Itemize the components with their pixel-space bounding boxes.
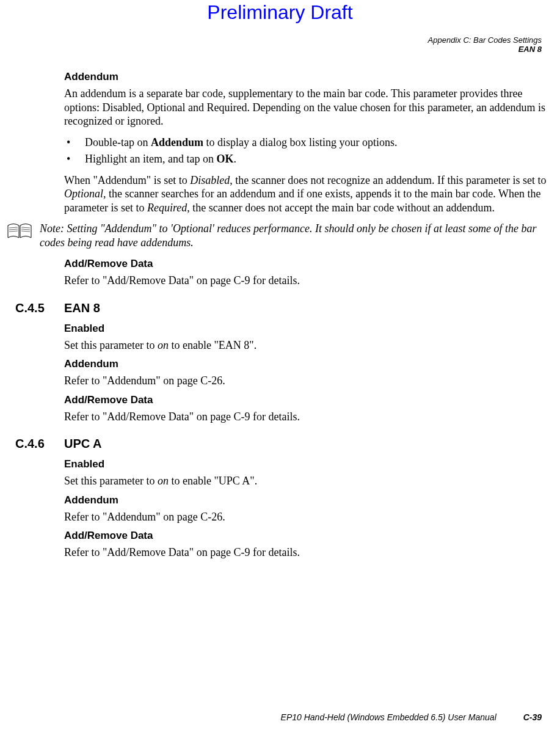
section-number: C.4.6	[15, 437, 64, 451]
section-heading-c45: C.4.5 EAN 8	[15, 301, 550, 315]
text-italic: Disabled	[190, 174, 230, 186]
addendum-bullets: Double-tap on Addendum to display a dial…	[64, 134, 550, 167]
section-label: EAN 8	[428, 45, 542, 54]
addremove-heading: Add/Remove Data	[64, 258, 550, 270]
text: When "Addendum" is set to	[64, 174, 190, 186]
appendix-label: Appendix C: Bar Codes Settings	[428, 35, 542, 45]
addremove-text: Refer to "Add/Remove Data" on page C-9 f…	[64, 274, 550, 288]
addendum-heading: Addendum	[64, 494, 550, 506]
bullet-text: Highlight an item, and tap on	[85, 153, 216, 165]
addremove-heading: Add/Remove Data	[64, 530, 550, 542]
text: , the scanner does not recognize an adde…	[230, 174, 546, 186]
note-text: Note: Setting "Addendum" to 'Optional' r…	[40, 222, 550, 249]
addremove-heading: Add/Remove Data	[64, 394, 550, 406]
text-italic: Optional	[64, 188, 103, 200]
bullet-text: .	[233, 153, 236, 165]
section-title: EAN 8	[64, 301, 100, 315]
bullet-bold: Addendum	[151, 136, 203, 148]
enabled-text: Set this parameter to on to enable "UPC …	[64, 474, 550, 488]
note-body: Setting "Addendum" to 'Optional' reduces…	[40, 222, 537, 249]
addremove-ref: Refer to "Add/Remove Data" on page C-9 f…	[64, 410, 550, 424]
section-heading-c46: C.4.6 UPC A	[15, 437, 550, 451]
addendum-heading: Addendum	[64, 71, 550, 83]
text: Set this parameter to	[64, 475, 158, 487]
page: Preliminary Draft Appendix C: Bar Codes …	[0, 0, 560, 738]
enabled-heading: Enabled	[64, 323, 550, 335]
enabled-heading: Enabled	[64, 458, 550, 470]
bullet-bold: OK	[216, 153, 233, 165]
addendum-ref: Refer to "Addendum" on page C-26.	[64, 510, 550, 524]
section-number: C.4.5	[15, 301, 64, 315]
page-footer: EP10 Hand-Held (Windows Embedded 6.5) Us…	[0, 712, 542, 722]
text: to enable "EAN 8".	[169, 339, 256, 351]
text-italic: on	[158, 339, 169, 351]
content-area: Addendum An addendum is a separate bar c…	[64, 66, 550, 566]
text-italic: on	[158, 475, 169, 487]
list-item: Double-tap on Addendum to display a dial…	[64, 134, 550, 151]
header-right: Appendix C: Bar Codes Settings EAN 8	[428, 35, 542, 54]
note-label: Note:	[40, 222, 67, 235]
addendum-heading: Addendum	[64, 358, 550, 370]
text: to enable "UPC A".	[169, 475, 257, 487]
book-icon	[7, 223, 34, 243]
text: , the scanner does not accept the main b…	[187, 202, 495, 214]
addremove-ref: Refer to "Add/Remove Data" on page C-9 f…	[64, 546, 550, 560]
addendum-explain: When "Addendum" is set to Disabled, the …	[64, 174, 550, 215]
preliminary-draft-header: Preliminary Draft	[0, 1, 560, 24]
section-title: UPC A	[64, 437, 101, 451]
bullet-text: to display a dialog box listing your opt…	[203, 136, 398, 148]
text-italic: Required	[147, 202, 187, 214]
addendum-ref: Refer to "Addendum" on page C-26.	[64, 374, 550, 388]
enabled-text: Set this parameter to on to enable "EAN …	[64, 338, 550, 353]
addendum-intro: An addendum is a separate bar code, supp…	[64, 87, 550, 128]
text: Set this parameter to	[64, 339, 158, 351]
footer-text: EP10 Hand-Held (Windows Embedded 6.5) Us…	[281, 712, 496, 722]
note-block: Note: Setting "Addendum" to 'Optional' r…	[7, 222, 550, 249]
bullet-text: Double-tap on	[85, 136, 151, 148]
list-item: Highlight an item, and tap on OK.	[64, 151, 550, 167]
page-number: C-39	[523, 712, 542, 722]
